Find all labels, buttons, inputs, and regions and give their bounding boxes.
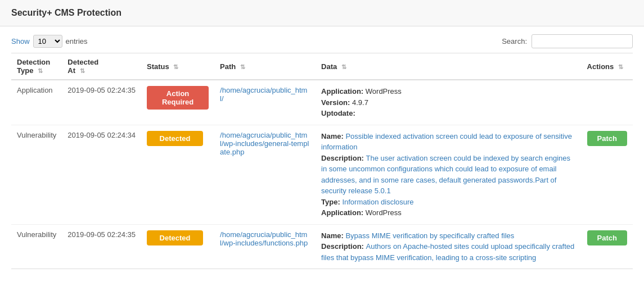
- search-input[interactable]: [532, 34, 633, 48]
- path-value: /home/agcrucia/public_html/wp-includes/g…: [220, 131, 309, 156]
- col-header-status[interactable]: Status ⇅: [141, 53, 214, 80]
- data-line: Application: WordPress: [321, 207, 576, 219]
- table-container: DetectionType ⇅ DetectedAt ⇅ Status ⇅ Pa…: [0, 53, 644, 269]
- entries-select[interactable]: 10 25 50 100: [33, 35, 62, 48]
- cell-path: /home/agcrucia/public_html/wp-includes/g…: [214, 125, 316, 224]
- col-header-detection-type[interactable]: DetectionType ⇅: [11, 53, 62, 80]
- data-label: Name:: [321, 231, 345, 240]
- table-row: Vulnerability2019-09-05 02:24:34Detected…: [11, 125, 633, 224]
- data-line: Description: The user activation screen …: [321, 153, 576, 197]
- cell-actions: Patch: [582, 224, 633, 269]
- cell-path: /home/agcrucia/public_html/: [214, 80, 316, 125]
- data-label: Description:: [321, 154, 366, 162]
- detections-table: DetectionType ⇅ DetectedAt ⇅ Status ⇅ Pa…: [11, 53, 633, 269]
- table-controls: Show 10 25 50 100 entries Search:: [0, 26, 644, 53]
- patch-button[interactable]: Patch: [587, 131, 627, 146]
- sort-icon-actions: ⇅: [618, 63, 623, 71]
- cell-status: Detected: [141, 224, 214, 269]
- status-badge: Action Required: [147, 86, 209, 110]
- data-value: Information disclosure: [342, 198, 413, 206]
- data-line: Uptodate:: [321, 108, 576, 119]
- data-value: Bypass MIME verification by specifically…: [345, 231, 514, 240]
- data-line: Application: WordPress: [321, 86, 576, 97]
- col-header-data[interactable]: Data ⇅: [316, 53, 582, 80]
- search-area: Search:: [502, 34, 633, 48]
- col-header-actions[interactable]: Actions ⇅: [582, 53, 633, 80]
- patch-button[interactable]: Patch: [587, 230, 627, 245]
- status-badge: Detected: [147, 131, 203, 146]
- cell-data: Name: Bypass MIME verification by specif…: [316, 224, 582, 269]
- entries-label: entries: [66, 37, 88, 46]
- page-title: Security+ CMS Protection: [11, 8, 121, 17]
- page-header: Security+ CMS Protection: [0, 0, 644, 26]
- cell-detected-at: 2019-09-05 02:24:35: [62, 224, 141, 269]
- data-line: Description: Authors on Apache-hosted si…: [321, 241, 576, 263]
- show-entries-control: Show 10 25 50 100 entries: [11, 35, 88, 48]
- data-label: Application:: [321, 87, 366, 95]
- cell-status: Action Required: [141, 80, 214, 125]
- data-value: WordPress: [366, 208, 402, 217]
- cell-actions: [582, 80, 633, 125]
- path-value: /home/agcrucia/public_html/: [220, 86, 307, 103]
- data-value: WordPress: [366, 87, 402, 95]
- sort-icon-detection: ⇅: [38, 67, 43, 75]
- cell-detected-at: 2019-09-05 02:24:35: [62, 80, 141, 125]
- sort-icon-data: ⇅: [341, 63, 346, 71]
- cell-detection-type: Application: [11, 80, 62, 125]
- data-label: Uptodate:: [321, 109, 355, 117]
- sort-icon-path: ⇅: [240, 63, 245, 71]
- data-value: Possible indexed activation screen could…: [321, 132, 572, 152]
- status-badge: Detected: [147, 230, 203, 245]
- sort-icon-status: ⇅: [173, 63, 178, 71]
- table-row: Vulnerability2019-09-05 02:24:35Detected…: [11, 224, 633, 269]
- path-value: /home/agcrucia/public_html/wp-includes/f…: [220, 230, 308, 247]
- data-value: 4.9.7: [352, 98, 368, 107]
- data-label: Version:: [321, 98, 352, 107]
- data-line: Version: 4.9.7: [321, 97, 576, 108]
- show-label: Show: [11, 37, 30, 46]
- cell-detection-type: Vulnerability: [11, 224, 62, 269]
- data-line: Name: Bypass MIME verification by specif…: [321, 230, 576, 242]
- search-label: Search:: [502, 37, 527, 46]
- cell-data: Name: Possible indexed activation screen…: [316, 125, 582, 224]
- data-line: Name: Possible indexed activation screen…: [321, 131, 576, 153]
- cell-data: Application: WordPressVersion: 4.9.7Upto…: [316, 80, 582, 125]
- data-line: Type: Information disclosure: [321, 197, 576, 208]
- cell-detection-type: Vulnerability: [11, 125, 62, 224]
- table-row: Application2019-09-05 02:24:35Action Req…: [11, 80, 633, 125]
- data-label: Application:: [321, 208, 366, 217]
- sort-icon-detected: ⇅: [80, 67, 85, 75]
- data-label: Name:: [321, 132, 345, 140]
- cell-path: /home/agcrucia/public_html/wp-includes/f…: [214, 224, 316, 269]
- data-label: Description:: [321, 242, 366, 251]
- cell-status: Detected: [141, 125, 214, 224]
- table-header-row: DetectionType ⇅ DetectedAt ⇅ Status ⇅ Pa…: [11, 53, 633, 80]
- cell-actions: Patch: [582, 125, 633, 224]
- col-header-detected-at[interactable]: DetectedAt ⇅: [62, 53, 141, 80]
- col-header-path[interactable]: Path ⇅: [214, 53, 316, 80]
- data-label: Type:: [321, 198, 342, 206]
- cell-detected-at: 2019-09-05 02:24:34: [62, 125, 141, 224]
